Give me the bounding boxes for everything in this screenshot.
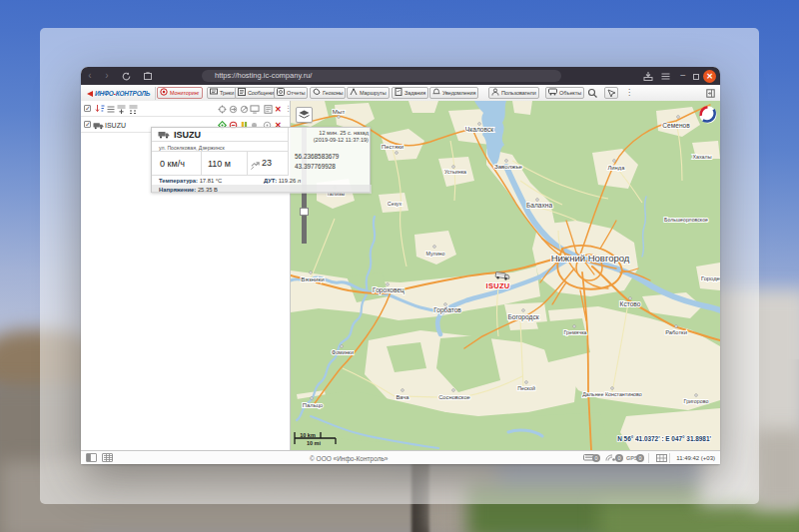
svg-text:Заволжье: Заволжье (494, 163, 523, 170)
svg-text:Нижний Новгород: Нижний Новгород (551, 253, 630, 264)
svg-text:Хахалы: Хахалы (693, 154, 712, 160)
svg-text:N 56° 41.0372' : E 047° 31.898: N 56° 41.0372' : E 047° 31.8981' (617, 435, 711, 442)
svg-text:Сосновское: Сосновское (438, 394, 470, 400)
svg-text:Фоминки: Фоминки (332, 349, 354, 355)
svg-text:Устьинка: Устьинка (444, 169, 466, 175)
svg-text:Пальцо: Пальцо (303, 402, 323, 408)
svg-text:Горбатов: Горбатов (433, 306, 461, 314)
svg-text:Работки: Работки (665, 329, 687, 335)
svg-text:Сезух: Сезух (388, 201, 402, 207)
svg-text:Вача: Вача (396, 394, 409, 400)
svg-text:Пеской: Пеской (517, 385, 535, 391)
svg-text:Богородск: Богородск (507, 313, 538, 321)
svg-text:Мулино: Мулино (426, 251, 445, 257)
svg-text:ISUZU: ISUZU (486, 281, 510, 290)
svg-text:Гремячка: Гремячка (563, 329, 586, 335)
svg-text:Линда: Линда (608, 165, 626, 171)
svg-text:Большеорловское: Большеорловское (664, 217, 708, 223)
svg-text:Балахна: Балахна (526, 202, 552, 209)
svg-text:Городец: Городец (701, 275, 720, 281)
svg-text:Пестяки: Пестяки (382, 144, 403, 150)
svg-text:Вязники: Вязники (301, 275, 325, 282)
svg-text:Мыт: Мыт (333, 108, 346, 115)
svg-text:Дальнее Константиново: Дальнее Константиново (582, 391, 642, 397)
svg-text:Гороховец: Гороховец (373, 286, 404, 294)
svg-text:Чкаловск: Чкаловск (465, 126, 493, 133)
svg-text:Семенов: Семенов (662, 122, 690, 129)
svg-text:10 mi: 10 mi (307, 440, 322, 446)
svg-text:Кстово: Кстово (620, 300, 641, 307)
svg-text:10 km: 10 km (300, 432, 316, 438)
svg-text:Григорово: Григорово (684, 398, 709, 404)
